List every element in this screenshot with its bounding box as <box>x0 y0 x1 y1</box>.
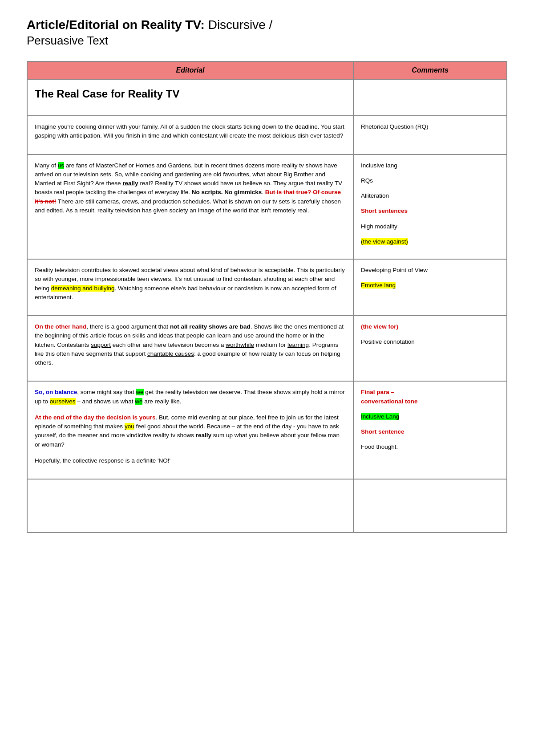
comment-rqs-text: RQs <box>361 177 373 184</box>
comment-rq: Rhetorical Question (RQ) <box>361 122 499 131</box>
para1-text: Imagine you're cooking dinner with your … <box>35 123 344 139</box>
editorial-cell-title: The Real Case for Reality TV <box>27 79 353 116</box>
comment-final-para-text1: Final para – <box>361 389 394 395</box>
comment-alliteration: Alliteration <box>361 191 499 200</box>
comment-final-para-text2: conversational tone <box>361 398 418 405</box>
main-table: Editorial Comments The Real Case for Rea… <box>27 61 507 533</box>
para4-mid1: , there is a good argument that <box>86 323 170 330</box>
article-title: The Real Case for Reality TV <box>35 86 346 102</box>
comment-rqs: RQs <box>361 176 499 185</box>
para4-bold: not all reality shows are bad <box>170 323 251 330</box>
title-bold: Article/Editorial on Reality TV: <box>27 18 205 32</box>
para3: Reality television contributes to skewed… <box>35 266 346 302</box>
comments-spacer <box>353 479 507 532</box>
table-row-para1: Imagine you're cooking dinner with your … <box>27 116 507 154</box>
comment-food-thought-text: Food thought. <box>361 443 398 450</box>
table-row-title: The Real Case for Reality TV <box>27 79 507 116</box>
comment-high-modality-text: High modality <box>361 223 397 230</box>
comment-emotive-text: Emotive lang <box>361 282 396 289</box>
title-normal: Discursive / <box>205 18 272 32</box>
para5-mid1: , some might say that <box>77 389 136 395</box>
para4-worthwhile: worthwhile <box>226 341 254 348</box>
comment-view-for: (the view for) <box>361 322 499 331</box>
comment-positive-connotation-text: Positive connotation <box>361 338 415 345</box>
comment-food-thought: Food thought. <box>361 443 499 451</box>
para4: On the other hand, there is a good argum… <box>35 322 346 367</box>
comment-rq-text: Rhetorical Question (RQ) <box>361 123 429 130</box>
para2: Many of us are fans of MasterChef or Hom… <box>35 161 346 215</box>
comment-short-sentences-text: Short sentences <box>361 207 408 214</box>
para4-otherhand: On the other hand <box>35 323 86 330</box>
comment-alliteration-text: Alliteration <box>361 192 389 199</box>
page-title: Article/Editorial on Reality TV: Discurs… <box>27 18 507 48</box>
comment-positive-connotation: Positive connotation <box>361 337 499 346</box>
comments-cell-para5: Final para – conversational tone Inclusi… <box>353 381 507 479</box>
editorial-cell-para3: Reality television contributes to skewed… <box>27 259 353 316</box>
para2-us-highlight: us <box>58 162 64 169</box>
comments-cell-title <box>353 79 507 116</box>
para4-charitable: charitable causes <box>147 350 194 357</box>
comment-inclusive-text: Inclusive lang <box>361 162 397 169</box>
comments-cell-para2: Inclusive lang RQs Alliteration Short se… <box>353 154 507 260</box>
comment-view-for-text: (the view for) <box>361 323 398 330</box>
comment-high-modality: High modality <box>361 222 499 231</box>
col-header-comments: Comments <box>353 61 507 79</box>
title-line2: Persuasive Text <box>27 34 507 48</box>
comment-inclusive-lang-final: Inclusive Lang <box>361 412 499 421</box>
editorial-cell-para1: Imagine you're cooking dinner with your … <box>27 116 353 154</box>
editorial-cell-para4: On the other hand, there is a good argum… <box>27 316 353 381</box>
para5-we2: we <box>135 398 142 405</box>
comment-inclusive: Inclusive lang <box>361 161 499 170</box>
comments-cell-para4: (the view for) Positive connotation <box>353 316 507 381</box>
para5-really: really <box>196 432 211 439</box>
para-final: Hopefully, the collective response is a … <box>35 456 346 465</box>
para5-ourselves: ourselves <box>50 398 76 405</box>
comment-view-against-text: (the view against) <box>361 238 408 245</box>
para4-mid3: medium for <box>254 341 287 348</box>
table-row-para4: On the other hand, there is a good argum… <box>27 316 507 381</box>
para5: So, on balance, some might say that we g… <box>35 388 346 406</box>
para5-atend: At the end of the day the decision is yo… <box>35 414 156 421</box>
col-header-editorial: Editorial <box>27 61 353 79</box>
table-row-para2: Many of us are fans of MasterChef or Hom… <box>27 154 507 260</box>
editorial-cell-para5: So, on balance, some might say that we g… <box>27 381 353 479</box>
para5-sobalance: So, on balance <box>35 389 77 395</box>
editorial-spacer <box>27 479 353 532</box>
para3-highlight: demeaning and bullying <box>51 285 115 292</box>
comment-inclusive-lang-text: Inclusive Lang <box>361 413 399 420</box>
para5-you: you <box>125 423 134 430</box>
table-row-para3: Reality television contributes to skewed… <box>27 259 507 316</box>
comment-short-sentences: Short sentences <box>361 207 499 215</box>
para2-really: really <box>122 180 138 187</box>
para5-end1: are really like. <box>142 398 181 405</box>
comment-dev-pov: Developing Point of View <box>361 266 499 275</box>
editorial-cell-para2: Many of us are fans of MasterChef or Hom… <box>27 154 353 260</box>
table-row-spacer <box>27 479 507 532</box>
para2-bold1: No scripts. No gimmicks <box>192 189 262 195</box>
para2-mid3: . <box>262 189 265 195</box>
para1: Imagine you're cooking dinner with your … <box>35 122 346 141</box>
para5-mid3: – and shows us what <box>76 398 135 405</box>
para5-line2: At the end of the day the decision is yo… <box>35 413 346 449</box>
comment-short-sentence-text: Short sentence <box>361 428 405 435</box>
table-row-para5: So, on balance, some might say that we g… <box>27 381 507 479</box>
para2-end: There are still cameras, crews, and prod… <box>35 198 341 214</box>
para4-mid2: each other and here television becomes a <box>111 341 226 348</box>
para2-start: Many of <box>35 162 58 169</box>
para5-we1: we <box>136 389 143 395</box>
comments-cell-para1: Rhetorical Question (RQ) <box>353 116 507 154</box>
comments-cell-para3: Developing Point of View Emotive lang <box>353 259 507 316</box>
para4-learning: learning <box>287 341 309 348</box>
comment-final-para: Final para – conversational tone <box>361 388 499 406</box>
comment-short-sentence-final: Short sentence <box>361 427 499 436</box>
para-final-text: Hopefully, the collective response is a … <box>35 457 170 464</box>
comment-emotive: Emotive lang <box>361 281 499 290</box>
comment-view-against: (the view against) <box>361 237 499 246</box>
para4-support: support <box>91 341 111 348</box>
comment-dev-pov-text: Developing Point of View <box>361 267 428 273</box>
